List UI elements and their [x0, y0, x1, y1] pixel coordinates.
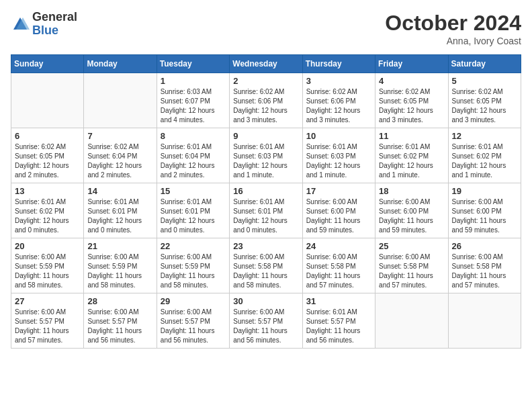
calendar-cell: 25Sunrise: 6:00 AM Sunset: 5:58 PM Dayli…	[375, 238, 448, 293]
calendar-cell: 1Sunrise: 6:03 AM Sunset: 6:07 PM Daylig…	[157, 73, 229, 128]
day-number: 16	[233, 186, 298, 196]
calendar-cell: 31Sunrise: 6:01 AM Sunset: 5:57 PM Dayli…	[302, 293, 375, 349]
day-detail: Sunrise: 6:02 AM Sunset: 6:05 PM Dayligh…	[379, 87, 444, 125]
day-detail: Sunrise: 6:01 AM Sunset: 5:57 PM Dayligh…	[306, 308, 371, 345]
day-number: 25	[379, 241, 444, 251]
page-header: General Blue October 2024 Anna, Ivory Co…	[11, 11, 521, 46]
calendar-cell: 17Sunrise: 6:00 AM Sunset: 6:00 PM Dayli…	[302, 183, 375, 238]
day-detail: Sunrise: 6:00 AM Sunset: 5:59 PM Dayligh…	[87, 253, 152, 290]
day-number: 11	[379, 131, 444, 141]
calendar-cell	[448, 293, 521, 349]
day-detail: Sunrise: 6:00 AM Sunset: 6:00 PM Dayligh…	[306, 197, 371, 235]
day-detail: Sunrise: 6:01 AM Sunset: 6:02 PM Dayligh…	[379, 142, 444, 180]
location: Anna, Ivory Coast	[385, 36, 521, 46]
day-number: 20	[15, 241, 80, 251]
calendar-cell: 5Sunrise: 6:02 AM Sunset: 6:05 PM Daylig…	[448, 73, 521, 128]
calendar-cell: 22Sunrise: 6:00 AM Sunset: 5:59 PM Dayli…	[157, 238, 229, 293]
day-detail: Sunrise: 6:00 AM Sunset: 5:57 PM Dayligh…	[233, 308, 298, 345]
day-number: 12	[452, 131, 517, 141]
month-title: October 2024	[385, 11, 521, 36]
weekday-header: Monday	[84, 55, 157, 73]
calendar-cell: 3Sunrise: 6:02 AM Sunset: 6:06 PM Daylig…	[302, 73, 375, 128]
weekday-header: Saturday	[448, 55, 521, 73]
day-number: 23	[233, 241, 298, 251]
day-detail: Sunrise: 6:02 AM Sunset: 6:05 PM Dayligh…	[15, 142, 80, 180]
day-number: 26	[452, 241, 517, 251]
calendar-week-row: 20Sunrise: 6:00 AM Sunset: 5:59 PM Dayli…	[11, 238, 521, 293]
day-number: 10	[306, 131, 371, 141]
day-number: 30	[233, 296, 298, 306]
day-number: 17	[306, 186, 371, 196]
calendar-cell: 10Sunrise: 6:01 AM Sunset: 6:03 PM Dayli…	[302, 128, 375, 183]
title-block: October 2024 Anna, Ivory Coast	[385, 11, 521, 46]
calendar-cell: 20Sunrise: 6:00 AM Sunset: 5:59 PM Dayli…	[11, 238, 84, 293]
calendar-cell: 14Sunrise: 6:01 AM Sunset: 6:01 PM Dayli…	[84, 183, 157, 238]
weekday-header: Sunday	[11, 55, 84, 73]
day-number: 14	[87, 186, 152, 196]
day-detail: Sunrise: 6:01 AM Sunset: 6:02 PM Dayligh…	[15, 197, 80, 235]
day-detail: Sunrise: 6:01 AM Sunset: 6:04 PM Dayligh…	[161, 142, 226, 180]
day-detail: Sunrise: 6:00 AM Sunset: 5:57 PM Dayligh…	[15, 308, 80, 345]
logo-general: General	[32, 10, 77, 24]
day-detail: Sunrise: 6:00 AM Sunset: 5:57 PM Dayligh…	[87, 308, 152, 345]
weekday-header: Wednesday	[230, 55, 302, 73]
logo-blue: Blue	[32, 24, 58, 37]
day-detail: Sunrise: 6:01 AM Sunset: 6:03 PM Dayligh…	[306, 142, 371, 180]
calendar-cell: 13Sunrise: 6:01 AM Sunset: 6:02 PM Dayli…	[11, 183, 84, 238]
day-number: 15	[161, 186, 226, 196]
calendar-cell	[11, 73, 84, 128]
day-number: 24	[306, 241, 371, 251]
day-detail: Sunrise: 6:02 AM Sunset: 6:05 PM Dayligh…	[452, 87, 517, 125]
calendar-cell	[84, 73, 157, 128]
day-number: 9	[233, 131, 298, 141]
day-number: 18	[379, 186, 444, 196]
day-detail: Sunrise: 6:01 AM Sunset: 6:01 PM Dayligh…	[161, 197, 226, 235]
day-number: 19	[452, 186, 517, 196]
calendar-cell: 29Sunrise: 6:00 AM Sunset: 5:57 PM Dayli…	[157, 293, 229, 349]
day-detail: Sunrise: 6:01 AM Sunset: 6:02 PM Dayligh…	[452, 142, 517, 180]
calendar-table: SundayMondayTuesdayWednesdayThursdayFrid…	[11, 54, 521, 349]
calendar-cell	[375, 293, 448, 349]
day-number: 21	[87, 241, 152, 251]
day-detail: Sunrise: 6:00 AM Sunset: 5:59 PM Dayligh…	[161, 253, 226, 290]
day-number: 1	[161, 76, 226, 86]
day-detail: Sunrise: 6:02 AM Sunset: 6:06 PM Dayligh…	[306, 87, 371, 125]
logo: General Blue	[11, 11, 77, 38]
calendar-cell: 11Sunrise: 6:01 AM Sunset: 6:02 PM Dayli…	[375, 128, 448, 183]
calendar-cell: 26Sunrise: 6:00 AM Sunset: 5:58 PM Dayli…	[448, 238, 521, 293]
calendar-cell: 28Sunrise: 6:00 AM Sunset: 5:57 PM Dayli…	[84, 293, 157, 349]
calendar-cell: 21Sunrise: 6:00 AM Sunset: 5:59 PM Dayli…	[84, 238, 157, 293]
day-detail: Sunrise: 6:02 AM Sunset: 6:06 PM Dayligh…	[233, 87, 298, 125]
day-number: 5	[452, 76, 517, 86]
calendar-cell: 4Sunrise: 6:02 AM Sunset: 6:05 PM Daylig…	[375, 73, 448, 128]
calendar-cell: 7Sunrise: 6:02 AM Sunset: 6:04 PM Daylig…	[84, 128, 157, 183]
calendar-cell: 8Sunrise: 6:01 AM Sunset: 6:04 PM Daylig…	[157, 128, 229, 183]
day-detail: Sunrise: 6:00 AM Sunset: 5:57 PM Dayligh…	[161, 308, 226, 345]
calendar-cell: 12Sunrise: 6:01 AM Sunset: 6:02 PM Dayli…	[448, 128, 521, 183]
day-detail: Sunrise: 6:01 AM Sunset: 6:01 PM Dayligh…	[87, 197, 152, 235]
day-number: 28	[87, 296, 152, 306]
calendar-cell: 23Sunrise: 6:00 AM Sunset: 5:58 PM Dayli…	[230, 238, 302, 293]
day-number: 6	[15, 131, 80, 141]
day-number: 22	[161, 241, 226, 251]
calendar-week-row: 6Sunrise: 6:02 AM Sunset: 6:05 PM Daylig…	[11, 128, 521, 183]
calendar-week-row: 1Sunrise: 6:03 AM Sunset: 6:07 PM Daylig…	[11, 73, 521, 128]
day-number: 4	[379, 76, 444, 86]
calendar-cell: 18Sunrise: 6:00 AM Sunset: 6:00 PM Dayli…	[375, 183, 448, 238]
logo-text: General Blue	[32, 11, 77, 38]
day-number: 27	[15, 296, 80, 306]
calendar-cell: 6Sunrise: 6:02 AM Sunset: 6:05 PM Daylig…	[11, 128, 84, 183]
calendar-week-row: 13Sunrise: 6:01 AM Sunset: 6:02 PM Dayli…	[11, 183, 521, 238]
day-number: 29	[161, 296, 226, 306]
day-detail: Sunrise: 6:00 AM Sunset: 5:58 PM Dayligh…	[379, 253, 444, 290]
calendar-cell: 30Sunrise: 6:00 AM Sunset: 5:57 PM Dayli…	[230, 293, 302, 349]
day-detail: Sunrise: 6:01 AM Sunset: 6:03 PM Dayligh…	[233, 142, 298, 180]
day-number: 8	[161, 131, 226, 141]
day-number: 3	[306, 76, 371, 86]
calendar-cell: 15Sunrise: 6:01 AM Sunset: 6:01 PM Dayli…	[157, 183, 229, 238]
day-number: 31	[306, 296, 371, 306]
calendar-cell: 24Sunrise: 6:00 AM Sunset: 5:58 PM Dayli…	[302, 238, 375, 293]
calendar-cell: 27Sunrise: 6:00 AM Sunset: 5:57 PM Dayli…	[11, 293, 84, 349]
day-detail: Sunrise: 6:02 AM Sunset: 6:04 PM Dayligh…	[87, 142, 152, 180]
day-number: 7	[87, 131, 152, 141]
